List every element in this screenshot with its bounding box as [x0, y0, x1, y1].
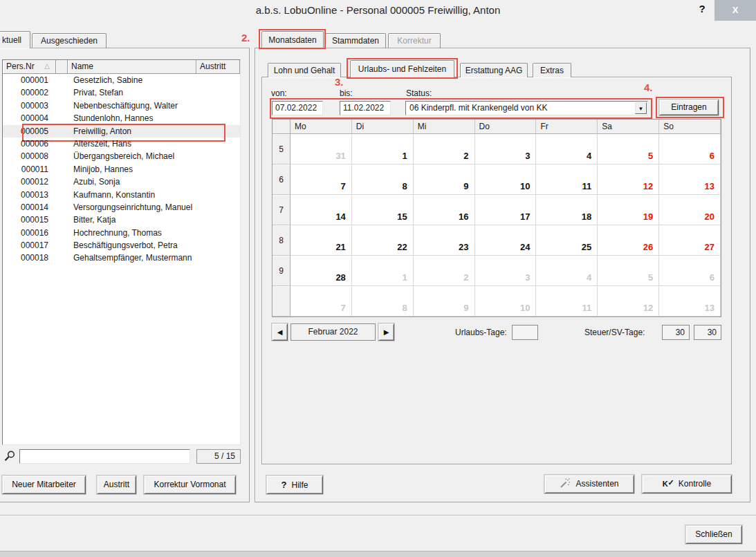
tab-stammdaten[interactable]: Stammdaten	[325, 33, 386, 48]
status-dropdown[interactable]: 06 Kinderpfl. mit Krankengeld von KK ▼	[405, 101, 648, 115]
calendar-day-cell[interactable]: 15	[352, 195, 414, 225]
calendar-day-cell[interactable]: 19	[598, 195, 659, 225]
calendar-day-cell[interactable]: 3	[475, 256, 537, 286]
calendar-day-cell[interactable]: 6	[659, 256, 721, 286]
calendar-day-cell[interactable]: 27	[659, 225, 721, 256]
calendar-day-cell[interactable]: 10	[475, 286, 537, 317]
list-item[interactable]: 000006Alterszeit, Hans	[3, 138, 240, 150]
employee-name: Privat, Stefan	[68, 86, 240, 99]
employee-flag-column	[56, 138, 68, 150]
neuer-mitarbeiter-button[interactable]: Neuer Mitarbeiter	[2, 475, 86, 494]
column-header-name[interactable]: Name	[68, 60, 196, 74]
close-button[interactable]: X	[714, 0, 756, 21]
calendar-day-cell[interactable]: 1	[352, 134, 414, 164]
tab-extras[interactable]: Extras	[533, 63, 571, 77]
employee-list-header: Pers.Nr △ Name Austritt	[3, 60, 240, 74]
calendar-day-cell[interactable]: 9	[414, 286, 475, 317]
calendar-day-cell[interactable]: 10	[475, 164, 537, 195]
list-item[interactable]: 000015Bitter, Katja	[3, 214, 240, 226]
bis-date-input[interactable]: 11.02.2022	[340, 101, 391, 115]
column-header-persnr[interactable]: Pers.Nr △	[3, 60, 56, 74]
employee-number: 000006	[3, 138, 56, 150]
list-item[interactable]: 000005Freiwillig, Anton	[3, 125, 240, 138]
list-item[interactable]: 000014Versorgungseinrichtung, Manuel	[3, 201, 240, 214]
sort-ascending-icon: △	[44, 62, 50, 70]
list-item[interactable]: 000004Stundenlohn, Hannes	[3, 112, 240, 124]
help-icon[interactable]: ?	[694, 3, 710, 18]
calendar-day-cell[interactable]: 2	[414, 256, 475, 286]
calendar-day-cell[interactable]: 12	[598, 164, 659, 195]
calendar-day-cell[interactable]: 9	[414, 164, 475, 195]
list-item[interactable]: 000008Übergangsbereich, Michael	[3, 150, 240, 162]
calendar-day-cell[interactable]: 8	[352, 164, 414, 195]
list-item[interactable]: 000002Privat, Stefan	[3, 86, 240, 99]
calendar-day-cell[interactable]: 16	[414, 195, 475, 225]
korrektur-vormonat-button[interactable]: Korrektur Vormonat	[144, 475, 236, 494]
calendar-day-cell[interactable]: 12	[598, 286, 659, 317]
calendar-day-cell[interactable]: 4	[536, 134, 598, 164]
tab-monatsdaten[interactable]: Monatsdaten	[261, 31, 324, 48]
calendar-week-number: 7	[273, 195, 291, 225]
calendar-day-cell[interactable]: 14	[291, 195, 352, 225]
calendar-day-cell[interactable]: 21	[291, 225, 352, 256]
list-item[interactable]: 000001Gesetzlich, Sabine	[3, 74, 240, 86]
column-header-austritt[interactable]: Austritt	[196, 60, 240, 74]
tab-aktuell[interactable]: ktuell	[0, 31, 30, 48]
calendar-day-cell[interactable]: 13	[659, 164, 721, 195]
next-month-button[interactable]: ▶	[378, 323, 394, 341]
calendar-day-cell[interactable]: 20	[659, 195, 721, 225]
employee-name: Azubi, Sonja	[68, 176, 240, 188]
list-item[interactable]: 000016Hochrechnung, Thomas	[3, 227, 240, 239]
hilfe-button[interactable]: ?Hilfe	[266, 475, 323, 494]
kontrolle-button[interactable]: K✓Kontrolle	[642, 475, 732, 493]
list-item[interactable]: 000012Azubi, Sonja	[3, 176, 240, 188]
tab-urlaubs-und-fehlzeiten[interactable]: Urlaubs- und Fehlzeiten	[350, 60, 454, 77]
calendar-day-cell[interactable]: 25	[536, 225, 598, 256]
search-input[interactable]	[19, 449, 190, 464]
von-date-input[interactable]: 07.02.2022	[272, 101, 323, 115]
austritt-button[interactable]: Austritt	[97, 475, 136, 494]
list-item[interactable]: 000013Kaufmann, Konstantin	[3, 189, 240, 201]
urlaubstage-field	[512, 325, 538, 340]
calendar-day-cell[interactable]: 5	[598, 134, 659, 164]
calendar-day-cell[interactable]: 8	[352, 286, 414, 317]
eintragen-button[interactable]: Eintragen	[659, 100, 719, 115]
calendar-day-header: Mi	[414, 120, 475, 134]
tab-erstattung-aag[interactable]: Erstattung AAG	[460, 63, 528, 77]
calendar-day-cell[interactable]: 23	[414, 225, 475, 256]
assistenten-button[interactable]: Assistenten	[544, 475, 634, 493]
window-bottom-edge	[0, 551, 756, 557]
calendar-day-cell[interactable]: 2	[414, 134, 475, 164]
employee-name: Nebenbeschäftigung, Walter	[68, 100, 240, 112]
calendar-day-cell[interactable]: 28	[291, 256, 352, 286]
tab-ausgeschieden[interactable]: Ausgeschieden	[32, 33, 107, 48]
chevron-down-icon[interactable]: ▼	[635, 102, 647, 114]
list-item[interactable]: 000011Minijob, Hannes	[3, 163, 240, 176]
employee-flag-column	[56, 125, 68, 138]
employee-name: Stundenlohn, Hannes	[68, 112, 240, 124]
schliessen-button[interactable]: Schließen	[685, 525, 742, 544]
previous-month-button[interactable]: ◀	[272, 323, 288, 341]
column-header-empty[interactable]	[56, 60, 68, 74]
calendar-day-cell[interactable]: 24	[475, 225, 537, 256]
calendar-day-cell[interactable]: 13	[659, 286, 721, 317]
calendar-day-cell[interactable]: 11	[536, 286, 598, 317]
list-item[interactable]: 000017Beschäftigungsverbot, Petra	[3, 239, 240, 252]
list-item[interactable]: 000003Nebenbeschäftigung, Walter	[3, 100, 240, 112]
calendar-day-cell[interactable]: 7	[291, 164, 352, 195]
record-counter: 5 / 15	[196, 449, 241, 464]
calendar-day-cell[interactable]: 5	[598, 256, 659, 286]
calendar-day-cell[interactable]: 7	[291, 286, 352, 317]
list-item[interactable]: 000018Gehaltsempfänger, Mustermann	[3, 252, 240, 264]
calendar-day-cell[interactable]: 4	[536, 256, 598, 286]
calendar-day-cell[interactable]: 26	[598, 225, 659, 256]
calendar-day-cell[interactable]: 17	[475, 195, 537, 225]
tab-lohn-und-gehalt[interactable]: Lohn und Gehalt	[268, 63, 341, 77]
calendar-day-cell[interactable]: 31	[291, 134, 352, 164]
calendar-day-cell[interactable]: 22	[352, 225, 414, 256]
calendar-day-cell[interactable]: 18	[536, 195, 598, 225]
calendar-day-cell[interactable]: 11	[536, 164, 598, 195]
calendar-day-cell[interactable]: 1	[352, 256, 414, 286]
calendar-day-cell[interactable]: 6	[659, 134, 721, 164]
calendar-day-cell[interactable]: 3	[475, 134, 537, 164]
